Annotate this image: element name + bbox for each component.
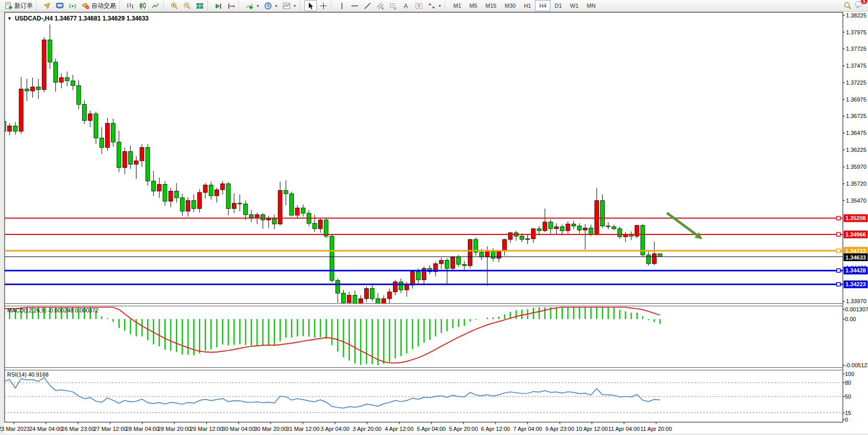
svg-text:F: F — [394, 7, 397, 10]
autotrade-label: 自动交易 — [91, 2, 116, 10]
zoom-in-icon — [170, 2, 179, 10]
zoom-out-button[interactable] — [181, 0, 193, 11]
chart-shift-icon — [227, 2, 235, 10]
price-badge-1.34966: 1.34966 — [844, 230, 868, 238]
fibonacci-tool-button[interactable]: F — [387, 0, 400, 11]
svg-text:27 Mar 12:00: 27 Mar 12:00 — [93, 426, 127, 432]
svg-text:30 Mar 04:00: 30 Mar 04:00 — [222, 426, 255, 432]
channel-tool-button[interactable]: E — [374, 0, 387, 11]
text-label-icon: T — [415, 2, 423, 10]
svg-text:1.33970: 1.33970 — [846, 298, 866, 304]
bar-chart-icon — [126, 2, 134, 10]
autotrade-button[interactable]: 自动交易 — [79, 0, 118, 11]
svg-text:1.36475: 1.36475 — [846, 130, 866, 136]
bar-chart-button[interactable] — [124, 0, 136, 11]
indicators-icon — [245, 2, 254, 10]
line-chart-button[interactable] — [149, 0, 162, 11]
svg-text:1.37975: 1.37975 — [846, 29, 866, 35]
timeframe-button-M30[interactable]: M30 — [501, 0, 520, 11]
macd-indicator-label: MACD(12,26,9) -0.000248 0.000372 — [7, 307, 98, 313]
svg-text:1.35208: 1.35208 — [845, 215, 866, 221]
separator — [300, 1, 302, 10]
new-order-label: 新订单 — [14, 2, 33, 10]
timeframe-button-M1[interactable]: M1 — [449, 0, 465, 11]
vertical-line-tool-button[interactable] — [336, 0, 348, 11]
templates-button[interactable]: ▼ — [280, 0, 299, 11]
svg-text:30 Mar 20:00: 30 Mar 20:00 — [254, 426, 287, 432]
main-toolbar: 新订单 自动交易 — [0, 0, 868, 12]
separator — [119, 1, 122, 10]
timeframe-button-D1[interactable]: D1 — [550, 0, 566, 11]
line-chart-icon — [151, 2, 160, 10]
timeframe-group: M1M5M15M30H1H4D1W1MN — [449, 0, 600, 11]
tile-windows-button[interactable] — [193, 0, 206, 11]
svg-text:3 Apr 04:00: 3 Apr 04:00 — [321, 426, 349, 432]
zoom-in-button[interactable] — [168, 0, 181, 11]
svg-text:5 Apr 20:00: 5 Apr 20:00 — [449, 426, 478, 432]
svg-text:0.001307: 0.001307 — [845, 306, 868, 312]
indicators-button[interactable]: ▼ — [243, 0, 262, 11]
timeframe-button-M15[interactable]: M15 — [481, 0, 500, 11]
svg-text:15: 15 — [845, 410, 851, 416]
tile-windows-icon — [195, 2, 204, 10]
candlestick-button[interactable] — [136, 0, 149, 11]
autotrade-icon — [81, 2, 90, 10]
chart-shift-button[interactable] — [225, 0, 238, 11]
arrows-tool-button[interactable]: ▼ — [425, 0, 444, 11]
timeframe-button-H4[interactable]: H4 — [535, 0, 550, 11]
yellow-pointer-button[interactable] — [41, 0, 53, 11]
timeframe-button-MN[interactable]: MN — [583, 0, 600, 11]
svg-text:9 Apr 23:00: 9 Apr 23:00 — [545, 426, 574, 432]
timeframe-button-W1[interactable]: W1 — [566, 0, 583, 11]
chevron-down-icon: ▼ — [293, 4, 297, 8]
autoscroll-icon — [214, 2, 223, 10]
zoom-out-icon — [183, 2, 191, 10]
horizontal-line-tool-button[interactable] — [348, 0, 361, 11]
svg-text:1.34966: 1.34966 — [845, 231, 866, 238]
svg-text:7 Apr 04:00: 7 Apr 04:00 — [513, 426, 542, 432]
svg-text:1.34223: 1.34223 — [845, 281, 866, 287]
separator — [36, 1, 38, 10]
timeframe-button-H1[interactable]: H1 — [520, 0, 535, 11]
autoscroll-button[interactable] — [212, 0, 225, 11]
text-tool-button[interactable]: A — [400, 0, 412, 11]
rsi-indicator-label: RSI(14) 40.9168 — [7, 371, 49, 378]
channel-icon: E — [376, 2, 385, 10]
text-label-tool-button[interactable]: T — [412, 0, 425, 11]
svg-text:1.36975: 1.36975 — [846, 96, 866, 103]
new-order-icon — [4, 2, 13, 10]
svg-text:1.35720: 1.35720 — [846, 181, 866, 187]
chart-dropdown-icon[interactable]: ▼ — [7, 16, 12, 21]
svg-text:4 Apr 12:00: 4 Apr 12:00 — [385, 426, 413, 432]
arrows-icon — [427, 2, 436, 10]
timeframe-button-M5[interactable]: M5 — [465, 0, 481, 11]
chevron-down-icon: ▼ — [438, 4, 442, 8]
svg-text:1.37475: 1.37475 — [846, 63, 866, 69]
vertical-line-icon — [338, 2, 346, 10]
cursor-tool-button[interactable] — [304, 0, 317, 11]
svg-text:24 Mar 04:00: 24 Mar 04:00 — [29, 426, 63, 432]
price-badge-1.34428: 1.34428 — [844, 267, 868, 274]
signals-button[interactable] — [66, 0, 79, 11]
terminal-button[interactable] — [53, 0, 66, 11]
trendline-tool-button[interactable] — [361, 0, 374, 11]
new-order-button[interactable]: 新订单 — [2, 0, 35, 11]
search-icon[interactable] — [843, 2, 852, 10]
price-badge-1.34723: 1.34723 — [844, 247, 868, 254]
chart-header: ▼ USDCAD-,H4 1.34677 1.34681 1.34629 1.3… — [7, 15, 149, 22]
periods-button[interactable]: ▼ — [262, 0, 280, 11]
chat-button[interactable]: 1 — [855, 1, 864, 11]
svg-text:1.34633: 1.34633 — [845, 254, 866, 261]
svg-text:28 Mar 04:00: 28 Mar 04:00 — [126, 426, 159, 432]
crosshair-tool-button[interactable] — [317, 0, 330, 11]
chevron-down-icon: ▼ — [256, 4, 260, 8]
chart-canvas[interactable]: 1.382251.379751.377251.374751.372251.369… — [0, 0, 868, 435]
trendline-icon — [363, 2, 372, 10]
price-badge-1.35208: 1.35208 — [844, 214, 868, 222]
svg-text:6 Apr 12:00: 6 Apr 12:00 — [481, 426, 510, 432]
svg-text:T: T — [418, 4, 421, 9]
notification-badge: 1 — [861, 0, 867, 4]
periods-icon — [264, 2, 272, 10]
chart-title-text: USDCAD-,H4 1.34677 1.34681 1.34629 1.346… — [15, 15, 149, 22]
chevron-down-icon: ▼ — [274, 4, 278, 8]
